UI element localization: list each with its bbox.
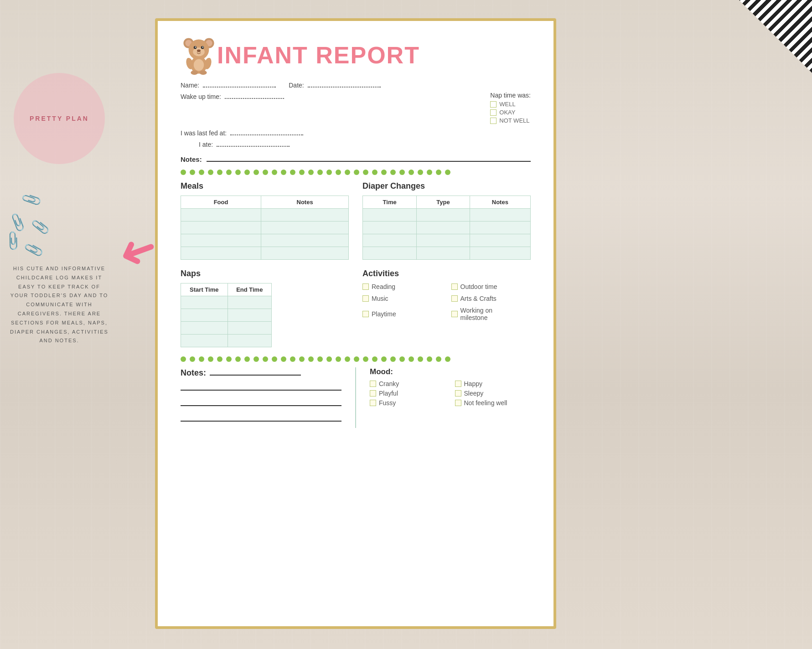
- dot: [326, 356, 332, 362]
- mood-fussy: Fussy: [370, 399, 446, 407]
- sleepy-checkbox[interactable]: [455, 390, 461, 397]
- naps-header: Naps: [181, 269, 349, 278]
- dot: [190, 356, 195, 362]
- bottom-section: Notes: Mood: Cranky Happy: [181, 367, 531, 428]
- document-title: INFANT REPORT: [217, 41, 420, 69]
- nap-notwell-row: NOT WELL: [490, 117, 531, 124]
- diaper-section: Diaper Changes Time Type Notes: [362, 181, 531, 260]
- activities-header: Activities: [362, 269, 531, 278]
- dot: [290, 356, 295, 362]
- note-line-1: [181, 381, 341, 391]
- dot: [317, 170, 323, 175]
- dot: [208, 170, 213, 175]
- happy-checkbox[interactable]: [455, 381, 461, 387]
- nap-well-row: WELL: [490, 101, 531, 108]
- dot: [336, 170, 341, 175]
- dot: [299, 356, 305, 362]
- name-date-row: Name: Date:: [181, 80, 531, 89]
- paperclip-3: 📎: [31, 217, 50, 236]
- activities-section: Activities Reading Outdoor time Music Ar…: [362, 269, 531, 347]
- diaper-col-notes: Notes: [470, 196, 530, 209]
- svg-point-9: [202, 46, 203, 47]
- playtime-label: Playtime: [372, 310, 396, 318]
- mood-header: Mood:: [370, 367, 531, 376]
- fussy-label: Fussy: [379, 399, 396, 407]
- table-row: [181, 234, 349, 247]
- mood-cranky: Cranky: [370, 380, 446, 387]
- playful-checkbox[interactable]: [370, 390, 376, 397]
- dot: [445, 356, 450, 362]
- nap-okay-label: OKAY: [499, 109, 515, 116]
- date-dots: [308, 80, 381, 88]
- mood-playful: Playful: [370, 390, 446, 397]
- activities-grid: Reading Outdoor time Music Arts & Crafts…: [362, 283, 531, 324]
- activity-milestone: Working onmilestone: [451, 307, 531, 321]
- note-line-2: [181, 397, 341, 406]
- dot: [263, 170, 268, 175]
- happy-label: Happy: [464, 380, 482, 387]
- dot: [244, 356, 250, 362]
- table-row: [181, 296, 272, 309]
- notes-label: Notes:: [181, 155, 202, 163]
- dot: [217, 170, 222, 175]
- dot: [317, 356, 323, 362]
- reading-label: Reading: [372, 283, 395, 290]
- dot: [235, 356, 241, 362]
- nap-well-checkbox[interactable]: [490, 101, 497, 108]
- notfeeling-label: Not feeling well: [464, 399, 507, 407]
- reading-checkbox[interactable]: [362, 283, 369, 290]
- table-row: [181, 322, 272, 335]
- meals-col-food: Food: [181, 196, 261, 209]
- diaper-col-time: Time: [363, 196, 417, 209]
- meals-header: Meals: [181, 181, 349, 191]
- nap-okay-checkbox[interactable]: [490, 109, 497, 116]
- dot: [363, 356, 368, 362]
- outdoor-checkbox[interactable]: [451, 283, 458, 290]
- name-label: Name:: [181, 82, 199, 89]
- table-row: [181, 335, 272, 347]
- dot: [272, 356, 277, 362]
- table-row: [363, 234, 531, 247]
- dot: [208, 356, 213, 362]
- dot: [409, 170, 414, 175]
- dot: [372, 356, 378, 362]
- naps-col-end: End Time: [228, 283, 271, 296]
- milestone-label: Working onmilestone: [460, 307, 493, 321]
- lastfed-label: I was last fed at:: [181, 129, 227, 137]
- wakeup-dots: [225, 92, 284, 99]
- meals-section: Meals Food Notes: [181, 181, 349, 260]
- dot: [217, 356, 222, 362]
- dot: [326, 170, 332, 175]
- milestone-checkbox[interactable]: [451, 311, 458, 317]
- svg-point-15: [191, 71, 198, 75]
- dot: [399, 170, 405, 175]
- bottom-notes-section: Notes:: [181, 367, 341, 428]
- table-row: [181, 247, 349, 260]
- activity-playtime: Playtime: [362, 307, 442, 321]
- fussy-checkbox[interactable]: [370, 400, 376, 406]
- meals-col-notes: Notes: [261, 196, 349, 209]
- diaper-table: Time Type Notes: [362, 196, 531, 260]
- table-row: [181, 209, 349, 221]
- wakeup-label: Wake up time:: [181, 93, 221, 100]
- dot: [445, 170, 450, 175]
- music-checkbox[interactable]: [362, 295, 369, 302]
- cranky-checkbox[interactable]: [370, 381, 376, 387]
- nap-notwell-checkbox[interactable]: [490, 118, 497, 124]
- dot: [381, 356, 387, 362]
- dot: [290, 170, 295, 175]
- bear-icon: [181, 35, 217, 76]
- bottom-notes-text: Notes:: [181, 368, 206, 378]
- arts-checkbox[interactable]: [451, 295, 458, 302]
- dot: [345, 356, 350, 362]
- dot: [226, 356, 232, 362]
- table-row: [363, 221, 531, 234]
- dot: [436, 170, 441, 175]
- notfeeling-checkbox[interactable]: [455, 400, 461, 406]
- form-info-section: Name: Date: Wake up time: Nap time was: …: [181, 80, 531, 163]
- dot: [181, 356, 186, 362]
- dot-divider-1: [181, 170, 531, 175]
- playtime-checkbox[interactable]: [362, 311, 369, 317]
- name-dots: [203, 80, 276, 88]
- doc-header: INFANT REPORT: [181, 35, 531, 76]
